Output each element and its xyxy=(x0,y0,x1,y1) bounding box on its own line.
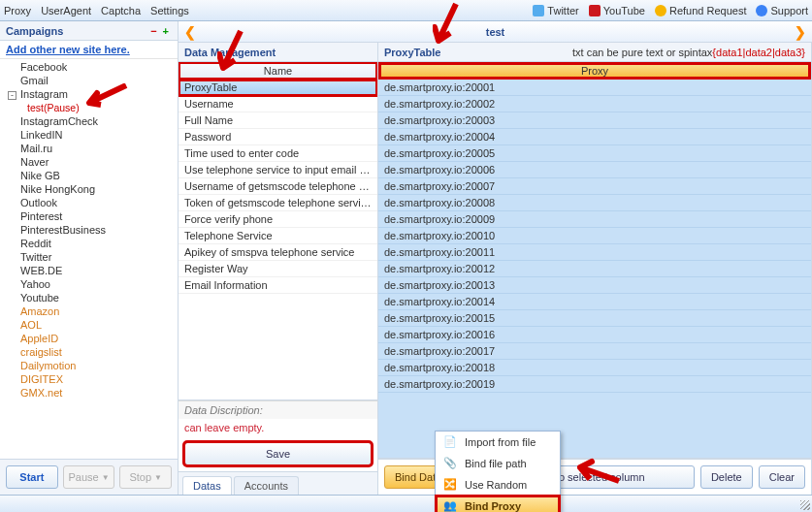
campaign-item[interactable]: LinkedIN xyxy=(0,128,178,142)
dm-row[interactable]: Telephone Service xyxy=(179,228,377,244)
campaign-item[interactable]: Pinterest xyxy=(0,209,178,223)
proxy-row[interactable]: de.smartproxy.io:20016 xyxy=(378,327,811,343)
dm-row[interactable]: Time used to enter code xyxy=(179,145,377,162)
nav-next-button[interactable]: ❯ xyxy=(795,24,806,40)
add-site-link[interactable]: Add other new site here. xyxy=(0,41,178,59)
proxy-row[interactable]: de.smartproxy.io:20002 xyxy=(378,96,811,112)
dm-row[interactable]: Apikey of smspva telephone service xyxy=(179,244,377,261)
campaign-item[interactable]: Twitter xyxy=(0,250,178,264)
pause-button[interactable]: Pause▼ xyxy=(63,465,115,489)
proxy-row[interactable]: de.smartproxy.io:20011 xyxy=(378,244,811,261)
campaign-tree[interactable]: FacebookGmail-Instagramtest(Pause)Instag… xyxy=(0,59,178,459)
link-support[interactable]: Support xyxy=(756,5,808,16)
menu-item[interactable]: 👥Bind Proxy xyxy=(436,496,560,512)
campaign-label: craigslist xyxy=(20,346,62,358)
resize-grip[interactable] xyxy=(800,500,810,510)
remove-campaign-button[interactable]: − xyxy=(147,25,159,37)
campaign-item[interactable]: AppleID xyxy=(0,332,178,345)
dm-row[interactable]: ProxyTable xyxy=(179,80,377,96)
proxy-row[interactable]: de.smartproxy.io:20009 xyxy=(378,211,811,228)
tab-datas[interactable]: Datas xyxy=(182,476,232,495)
menu-item-label: Import from file xyxy=(465,436,536,448)
link-twitter[interactable]: Twitter xyxy=(533,5,578,16)
refund-icon xyxy=(655,5,666,16)
menu-useragent[interactable]: UserAgent xyxy=(41,5,91,16)
shuffle-icon: 🔀 xyxy=(443,478,457,492)
campaign-item[interactable]: AOL xyxy=(0,318,178,332)
dm-row[interactable]: Email Information xyxy=(179,277,377,294)
btn-label: Pause xyxy=(68,471,98,483)
proxy-row[interactable]: de.smartproxy.io:20008 xyxy=(378,195,811,211)
start-button[interactable]: Start xyxy=(6,465,58,489)
campaign-item[interactable]: Dailymotion xyxy=(0,359,178,372)
campaign-item[interactable]: Youtube xyxy=(0,291,178,304)
campaign-label: Facebook xyxy=(20,61,67,73)
proxy-row[interactable]: de.smartproxy.io:20001 xyxy=(378,80,811,96)
link-label: Refund Request xyxy=(669,5,747,16)
proxy-row[interactable]: de.smartproxy.io:20015 xyxy=(378,310,811,327)
delete-button[interactable]: Delete xyxy=(700,465,753,489)
campaign-item[interactable]: Nike HongKong xyxy=(0,182,178,196)
clear-button[interactable]: Clear xyxy=(759,465,805,489)
dm-list[interactable]: ProxyTableUsernameFull NamePasswordTime … xyxy=(179,80,377,400)
add-campaign-button[interactable]: + xyxy=(160,25,172,37)
data-description-label: Data Discription: xyxy=(179,400,377,419)
dm-column-header[interactable]: Name xyxy=(179,62,377,80)
campaign-item[interactable]: craigslist xyxy=(0,345,178,359)
campaign-item[interactable]: Outlook xyxy=(0,196,178,209)
proxy-row[interactable]: de.smartproxy.io:20012 xyxy=(378,261,811,277)
proxy-row[interactable]: de.smartproxy.io:20005 xyxy=(378,145,811,162)
campaign-item[interactable]: DIGITEX xyxy=(0,372,178,386)
menu-captcha[interactable]: Captcha xyxy=(101,5,141,16)
proxy-row[interactable]: de.smartproxy.io:20004 xyxy=(378,129,811,145)
tab-accounts[interactable]: Accounts xyxy=(234,476,299,495)
campaign-item[interactable]: Amazon xyxy=(0,304,178,318)
proxy-row[interactable]: de.smartproxy.io:20006 xyxy=(378,162,811,178)
dm-row[interactable]: Username xyxy=(179,96,377,112)
proxy-row[interactable]: de.smartproxy.io:20014 xyxy=(378,294,811,310)
proxy-row[interactable]: de.smartproxy.io:20019 xyxy=(378,376,811,393)
campaign-label: WEB.DE xyxy=(20,265,62,276)
hint-text: txt can be pure text or spintax xyxy=(572,47,712,58)
menu-item[interactable]: 🔀Use Random xyxy=(436,474,560,496)
proxy-row[interactable]: de.smartproxy.io:20017 xyxy=(378,343,811,360)
menu-item[interactable]: 📎Bind file path xyxy=(436,453,560,474)
dm-row[interactable]: Full Name xyxy=(179,112,377,129)
campaign-item[interactable]: Mail.ru xyxy=(0,142,178,155)
campaign-item[interactable]: Facebook xyxy=(0,60,178,74)
dm-row[interactable]: Force verify phone xyxy=(179,211,377,228)
proxy-row[interactable]: de.smartproxy.io:20003 xyxy=(378,112,811,129)
campaign-item[interactable]: InstagramCheck xyxy=(0,114,178,128)
link-label: Twitter xyxy=(547,5,578,16)
people-icon: 👥 xyxy=(443,499,457,512)
proxy-row[interactable]: de.smartproxy.io:20007 xyxy=(378,178,811,195)
dm-row[interactable]: Register Way xyxy=(179,261,377,277)
campaign-item[interactable]: Nike GB xyxy=(0,169,178,182)
campaign-item[interactable]: GMX.net xyxy=(0,386,178,400)
campaign-item[interactable]: Naver xyxy=(0,155,178,169)
save-button[interactable]: Save xyxy=(184,442,372,465)
proxy-row[interactable]: de.smartproxy.io:20010 xyxy=(378,228,811,244)
campaign-item[interactable]: WEB.DE xyxy=(0,264,178,277)
proxy-row[interactable]: de.smartproxy.io:20018 xyxy=(378,360,811,376)
proxy-column-header[interactable]: Proxy xyxy=(378,62,811,80)
dm-row[interactable]: Token of getsmscode telephone service xyxy=(179,195,377,211)
campaign-item[interactable]: Reddit xyxy=(0,237,178,250)
proxy-row[interactable]: de.smartproxy.io:20013 xyxy=(378,277,811,294)
nav-prev-button[interactable]: ❮ xyxy=(184,24,196,40)
stop-button[interactable]: Stop▼ xyxy=(119,465,172,489)
campaign-item[interactable]: Yahoo xyxy=(0,277,178,291)
dm-row[interactable]: Use telephone service to input email or … xyxy=(179,162,377,178)
link-refund[interactable]: Refund Request xyxy=(655,5,747,16)
menu-proxy[interactable]: Proxy xyxy=(4,5,31,16)
dm-row[interactable]: Username of getsmscode telephone service xyxy=(179,178,377,195)
menu-item[interactable]: 📄Import from file xyxy=(436,432,560,453)
menu-settings[interactable]: Settings xyxy=(150,5,189,16)
twitter-icon xyxy=(533,5,544,16)
campaign-item[interactable]: PinterestBusiness xyxy=(0,223,178,237)
link-youtube[interactable]: YouTube xyxy=(589,5,645,16)
dm-row[interactable]: Password xyxy=(179,129,377,145)
collapse-icon[interactable]: - xyxy=(8,91,16,100)
data-description-value: can leave empty. xyxy=(179,419,377,436)
proxy-list[interactable]: de.smartproxy.io:20001de.smartproxy.io:2… xyxy=(378,80,811,459)
